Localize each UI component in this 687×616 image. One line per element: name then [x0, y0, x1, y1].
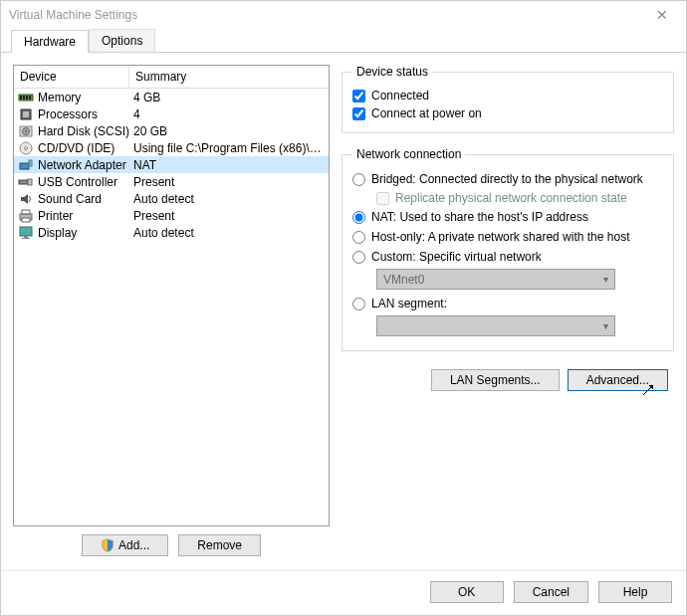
net-icon	[18, 157, 34, 173]
device-name: Memory	[38, 91, 131, 104]
device-summary: Using file C:\Program Files (x86)\VM...	[131, 141, 325, 155]
svg-rect-13	[29, 160, 32, 166]
device-summary: 4 GB	[131, 91, 325, 104]
svg-rect-6	[23, 111, 29, 117]
device-table-header: Device Summary	[14, 66, 329, 89]
connected-checkbox[interactable]	[352, 90, 365, 103]
device-table-body: Memory4 GBProcessors4Hard Disk (SCSI)20 …	[14, 89, 329, 525]
svg-rect-15	[28, 179, 32, 185]
window-title: Virtual Machine Settings	[9, 8, 646, 22]
connected-row[interactable]: Connected	[352, 87, 663, 104]
svg-rect-21	[22, 238, 30, 239]
device-name: Processors	[38, 107, 131, 121]
device-name: USB Controller	[38, 175, 131, 189]
connected-label: Connected	[371, 89, 429, 103]
device-row-cd[interactable]: CD/DVD (IDE)Using file C:\Program Files …	[14, 139, 329, 156]
remove-button[interactable]: Remove	[178, 534, 261, 556]
tab-strip: Hardware Options	[1, 29, 686, 53]
cpu-icon	[18, 106, 34, 122]
add-button-label: Add...	[118, 538, 149, 552]
svg-rect-18	[22, 218, 30, 222]
connect-poweron-checkbox[interactable]	[352, 107, 365, 120]
dialog-footer: OK Cancel Help	[1, 570, 686, 615]
vm-settings-dialog: Virtual Machine Settings ✕ Hardware Opti…	[0, 0, 687, 616]
device-name: CD/DVD (IDE)	[38, 141, 131, 155]
device-row-usb[interactable]: USB ControllerPresent	[14, 173, 329, 190]
cancel-button[interactable]: Cancel	[514, 581, 588, 603]
device-row-printer[interactable]: PrinterPresent	[14, 207, 329, 224]
svg-rect-2	[23, 96, 25, 100]
device-name: Sound Card	[38, 192, 131, 206]
lansegment-radio[interactable]	[352, 298, 365, 310]
display-icon	[18, 225, 34, 241]
help-button[interactable]: Help	[598, 581, 672, 603]
replicate-label: Replicate physical network connection st…	[395, 191, 627, 205]
tab-options[interactable]: Options	[89, 29, 155, 52]
device-table: Device Summary Memory4 GBProcessors4Hard…	[13, 65, 330, 526]
replicate-row: Replicate physical network connection st…	[376, 189, 663, 207]
hostonly-radio[interactable]	[352, 231, 365, 244]
device-summary: Auto detect	[131, 192, 325, 206]
device-row-cpu[interactable]: Processors4	[14, 105, 329, 122]
memory-icon	[18, 90, 34, 105]
custom-label: Custom: Specific virtual network	[371, 250, 542, 264]
device-summary: NAT	[131, 158, 325, 172]
custom-row[interactable]: Custom: Specific virtual network	[352, 247, 663, 267]
content: Device Summary Memory4 GBProcessors4Hard…	[1, 53, 686, 568]
device-row-display[interactable]: DisplayAuto detect	[14, 224, 329, 241]
svg-point-9	[25, 130, 27, 132]
close-icon[interactable]: ✕	[646, 7, 678, 23]
device-summary: Present	[131, 209, 325, 223]
nat-radio[interactable]	[352, 211, 365, 224]
cursor-icon: ⭧	[640, 381, 656, 399]
chevron-down-icon: ▾	[603, 274, 608, 285]
titlebar: Virtual Machine Settings ✕	[1, 1, 686, 29]
svg-rect-19	[20, 227, 32, 236]
custom-radio[interactable]	[352, 251, 365, 264]
device-row-disk[interactable]: Hard Disk (SCSI)20 GB	[14, 122, 329, 139]
nat-row[interactable]: NAT: Used to share the host's IP address	[352, 207, 663, 227]
custom-network-select: VMnet0 ▾	[376, 269, 615, 290]
replicate-checkbox	[376, 192, 389, 205]
device-summary: 4	[131, 107, 325, 121]
col-device[interactable]: Device	[14, 66, 128, 88]
bridged-label: Bridged: Connected directly to the physi…	[371, 172, 643, 186]
lan-segments-button[interactable]: LAN Segments...	[431, 369, 560, 391]
printer-icon	[18, 208, 34, 224]
svg-rect-20	[24, 236, 28, 238]
device-status-legend: Device status	[352, 65, 432, 79]
lansegment-select: x ▾	[376, 315, 615, 336]
svg-rect-14	[19, 180, 28, 184]
svg-rect-4	[29, 96, 31, 100]
bridged-row[interactable]: Bridged: Connected directly to the physi…	[352, 169, 663, 189]
lansegment-row[interactable]: LAN segment:	[352, 294, 663, 313]
device-buttons: Add... Remove	[13, 534, 330, 556]
network-connection-legend: Network connection	[352, 147, 465, 161]
add-button[interactable]: Add...	[82, 534, 168, 556]
device-name: Printer	[38, 209, 131, 223]
col-summary[interactable]: Summary	[128, 66, 329, 88]
device-row-net[interactable]: Network AdapterNAT	[14, 156, 329, 173]
device-name: Display	[38, 226, 131, 240]
hostonly-label: Host-only: A private network shared with…	[371, 230, 629, 244]
device-summary: Present	[131, 175, 325, 189]
connect-poweron-label: Connect at power on	[371, 106, 482, 120]
device-status-group: Device status Connected Connect at power…	[342, 65, 674, 133]
bridged-radio[interactable]	[352, 173, 365, 186]
device-row-sound[interactable]: Sound CardAuto detect	[14, 190, 329, 207]
ok-button[interactable]: OK	[430, 581, 504, 603]
device-name: Network Adapter	[38, 158, 131, 172]
connect-poweron-row[interactable]: Connect at power on	[352, 104, 663, 122]
device-panel: Device Summary Memory4 GBProcessors4Hard…	[13, 65, 330, 556]
lansegment-label: LAN segment:	[371, 297, 447, 310]
svg-rect-1	[20, 96, 22, 100]
tab-hardware[interactable]: Hardware	[11, 30, 89, 53]
device-row-memory[interactable]: Memory4 GB	[14, 89, 329, 105]
custom-network-value: VMnet0	[383, 273, 424, 287]
usb-icon	[18, 174, 34, 190]
device-summary: 20 GB	[131, 124, 325, 138]
sound-icon	[18, 191, 34, 207]
cd-icon	[18, 140, 34, 156]
hostonly-row[interactable]: Host-only: A private network shared with…	[352, 227, 663, 247]
nat-label: NAT: Used to share the host's IP address	[371, 210, 588, 224]
